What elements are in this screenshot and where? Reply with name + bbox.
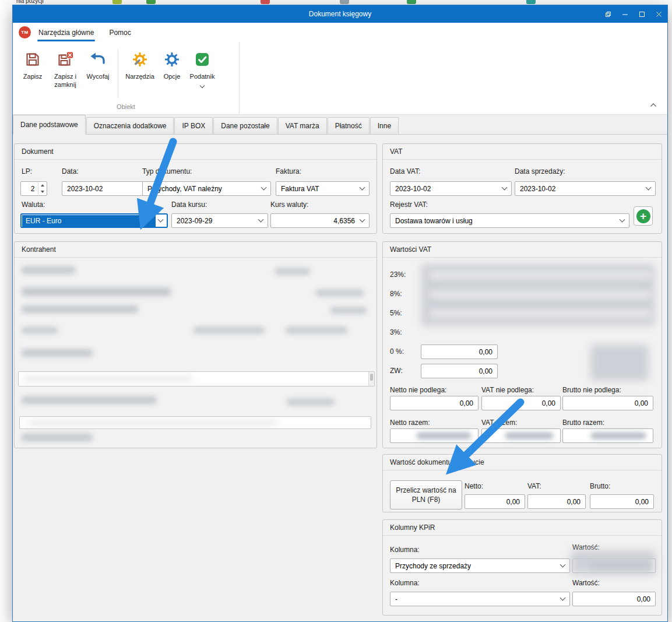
tab-platnosc[interactable]: Płatność — [328, 117, 370, 134]
faktura-combo[interactable]: Faktura VAT — [276, 181, 370, 196]
chevron-down-icon — [261, 184, 267, 190]
kolumna2-combo[interactable]: - — [390, 592, 570, 606]
titlebar[interactable]: Dokument księgowy — [13, 5, 667, 23]
typ-dokumentu-combo[interactable]: Przychody, VAT należny — [142, 181, 271, 196]
group-wartosc-walucie: Wartość dokumentu w walucie Przelicz war… — [382, 454, 662, 512]
redacted-text — [22, 434, 93, 441]
group-dokument-title: Dokument — [15, 144, 377, 160]
group-kontrahent: Kontrahent — [14, 241, 377, 448]
redacted-text — [193, 327, 265, 333]
lp-spinner[interactable]: 2 — [20, 181, 47, 196]
tab-dane-pozostale[interactable]: Dane pozostałe — [213, 117, 277, 134]
window-popout-button[interactable] — [600, 5, 617, 23]
walucie-netto-label: Netto: — [465, 482, 483, 490]
rate-zw-netto-field[interactable]: 0,00 — [421, 364, 498, 378]
kolumna1-combo[interactable]: Przychody ze sprzedaży — [390, 558, 570, 573]
walucie-brutto-label: Brutto: — [590, 482, 610, 490]
redacted-text — [22, 305, 138, 313]
faktura-label: Faktura: — [276, 167, 301, 175]
data-kursu-combo[interactable]: 2023-09-29 — [171, 213, 268, 228]
redacted-text — [330, 307, 367, 314]
netto-nie-podlega-field[interactable]: 0,00 — [390, 396, 479, 410]
kolumna1-label: Kolumna: — [390, 546, 420, 554]
waluta-label: Waluta: — [22, 201, 45, 209]
tab-oznaczenia-dodatkowe[interactable]: Oznaczenia dodatkowe — [86, 117, 174, 134]
brutto-razem-label: Brutto razem: — [562, 419, 604, 427]
walucie-brutto-field[interactable]: 0,00 — [590, 494, 654, 509]
data-vat-combo[interactable]: 2023-10-02 — [390, 181, 512, 196]
tools-button[interactable]: Narzędzia — [122, 51, 158, 81]
undo-arrow-icon — [90, 51, 106, 68]
kurs-waluty-label: Kurs waluty: — [270, 201, 308, 209]
tab-vat-marza[interactable]: VAT marża — [278, 117, 327, 134]
chevron-down-icon — [646, 184, 652, 190]
waluta-combo[interactable]: EUR - Euro — [20, 213, 168, 228]
ribbon-tab-pomoc[interactable]: Pomoc — [101, 23, 138, 41]
rate-23-label: 23%: — [390, 270, 406, 279]
group-kolumny-kpir: Kolumny KPiR Kolumna: Przychody ze sprze… — [382, 519, 662, 616]
redacted-text — [23, 375, 192, 382]
close-button[interactable] — [650, 5, 667, 23]
brutto-razem-field[interactable] — [562, 428, 653, 443]
ribbon: Zapisz Zapisz i zamknij Wycofaj — [13, 42, 667, 115]
save-and-close-button[interactable]: Zapisz i zamknij — [49, 51, 82, 89]
maximize-icon — [639, 11, 645, 17]
tab-dane-podstawowe[interactable]: Dane podstawowe — [13, 115, 86, 135]
przelicz-wartosc-button[interactable]: Przelicz wartość na PLN (F8) — [390, 480, 462, 509]
data-sprzedazy-combo[interactable]: 2023-10-02 — [515, 181, 656, 196]
tab-ip-box[interactable]: IP BOX — [174, 117, 213, 134]
kontrahent-redacted-field — [18, 371, 375, 386]
taxpayer-button-label: Podatnik — [190, 73, 215, 81]
chevron-down-icon — [560, 561, 566, 567]
options-button-label: Opcje — [164, 73, 181, 81]
walucie-netto-field[interactable]: 0,00 — [465, 494, 525, 509]
save-button[interactable]: Zapisz — [16, 51, 49, 81]
redacted-value — [417, 433, 471, 439]
lp-spinner-buttons[interactable] — [38, 182, 46, 195]
vat-nie-podlega-label: VAT nie podlega: — [481, 386, 534, 394]
minimize-icon — [622, 11, 628, 17]
redacted-text — [22, 396, 157, 404]
tools-button-label: Narzędzia — [125, 73, 154, 81]
rate-5-label: 5%: — [390, 309, 402, 317]
redacted-text — [287, 399, 335, 405]
rejestr-vat-combo[interactable]: Dostawa towarów i usług — [390, 213, 629, 228]
menubar: TM Narzędzia główne Pomoc — [13, 23, 667, 42]
chevron-down-icon — [360, 184, 365, 190]
redacted-text — [286, 327, 347, 333]
maximize-button[interactable] — [634, 5, 650, 23]
redacted-text — [22, 327, 58, 333]
chevron-down-icon — [158, 216, 164, 222]
rate-0-netto-field[interactable]: 0,00 — [421, 345, 498, 359]
taxpayer-dropdown-button[interactable]: Podatnik — [186, 51, 219, 87]
ribbon-buttons: Zapisz Zapisz i zamknij Wycofaj — [13, 42, 239, 102]
redacted-value — [505, 433, 553, 439]
walucie-vat-field[interactable]: 0,00 — [527, 494, 586, 509]
vat-razem-field[interactable] — [481, 428, 561, 443]
group-wartosc-walucie-title: Wartość dokumentu w walucie — [383, 455, 662, 470]
undo-button-label: Wycofaj — [86, 73, 109, 81]
app-logo[interactable]: TM — [19, 26, 31, 38]
add-rejestr-button[interactable]: + — [634, 206, 653, 226]
scrollbar[interactable] — [368, 372, 374, 386]
wartosc2-label: Wartość: — [572, 579, 600, 587]
minimize-button[interactable] — [617, 5, 634, 23]
data-combo[interactable]: 2023-10-02 — [62, 181, 155, 196]
group-dokument: Dokument LP: Data: Typ dokumentu: Faktur… — [14, 143, 377, 234]
brutto-nie-podlega-field[interactable]: 0,00 — [562, 396, 653, 410]
vat-nie-podlega-field[interactable]: 0,00 — [481, 396, 561, 410]
app-icon-fragment — [407, 0, 416, 4]
app-icon-fragment — [526, 0, 536, 4]
wartosc2-field[interactable]: 0,00 — [572, 592, 656, 606]
tab-inne[interactable]: Inne — [370, 117, 399, 134]
options-button[interactable]: Opcje — [158, 51, 186, 81]
ribbon-tab-narzedzia-glowne[interactable]: Narzędzia główne — [31, 23, 101, 41]
data-kursu-label: Data kursu: — [171, 201, 207, 209]
netto-razem-field[interactable] — [390, 428, 479, 443]
kurs-waluty-combo[interactable]: 4,6356 — [270, 213, 370, 228]
undo-button[interactable]: Wycofaj — [82, 51, 114, 81]
rejestr-vat-label: Rejestr VAT: — [390, 201, 428, 209]
options-gear-icon — [164, 51, 180, 68]
collapse-ribbon-button[interactable] — [650, 101, 657, 109]
document-form: Dokument LP: Data: Typ dokumentu: Faktur… — [13, 135, 667, 621]
